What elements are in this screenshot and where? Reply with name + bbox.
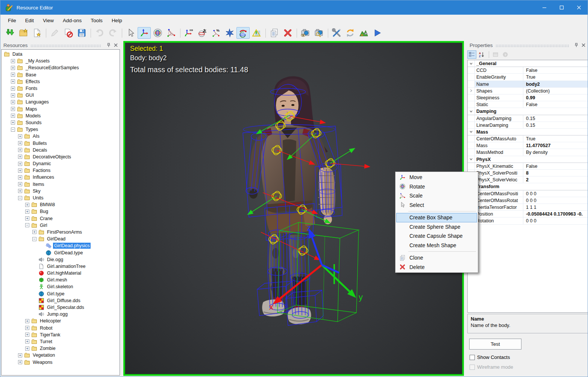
options-button[interactable] xyxy=(330,27,343,39)
menu-item-view[interactable]: View xyxy=(38,15,58,26)
category-collapse-chevron[interactable] xyxy=(468,60,475,67)
tree-item-crane[interactable]: +Crane xyxy=(2,215,120,222)
tree-item-girl-animationtree[interactable]: Girl.animationTree xyxy=(2,263,120,270)
scale-snap-button[interactable]: % xyxy=(209,27,223,39)
maximize-button[interactable] xyxy=(553,0,570,15)
property-row-physx-solverveloc[interactable]: PhysX_SolverVeloc2 xyxy=(468,176,588,183)
tree-expander[interactable]: − xyxy=(18,196,22,200)
property-value[interactable]: 1 1 1 xyxy=(523,204,588,210)
tree-item-effects[interactable]: +Effects xyxy=(2,78,120,85)
tree-expander[interactable]: + xyxy=(11,120,15,125)
menu-item-tools[interactable]: Tools xyxy=(86,15,107,26)
tree-item-jump-ogg[interactable]: Jump.ogg xyxy=(2,311,120,318)
category-collapse-chevron[interactable] xyxy=(468,108,475,114)
property-row-sleepiness[interactable]: Sleepiness0.99 xyxy=(468,94,588,101)
tree-expander[interactable]: + xyxy=(18,182,22,186)
tree-expander[interactable]: + xyxy=(25,210,29,214)
context-menu-item-create-mesh-shape[interactable]: Create Mesh Shape xyxy=(396,241,477,250)
tree-item--my-assets[interactable]: +_My Assets xyxy=(2,58,120,64)
tree-expander[interactable]: − xyxy=(32,237,36,241)
tree-item-girl-type[interactable]: Girl.type xyxy=(2,290,120,297)
property-row-static[interactable]: StaticFalse xyxy=(468,101,588,108)
tree-expander[interactable]: + xyxy=(25,319,29,323)
tree-item-decorativeobjects[interactable]: +DecorativeObjects xyxy=(2,154,120,160)
tree-item-helicopter[interactable]: +Helicopter xyxy=(2,318,120,324)
property-value[interactable]: (Collection) xyxy=(523,88,588,94)
tree-item-dynamic[interactable]: +Dynamic xyxy=(2,160,120,167)
tree-expander[interactable]: + xyxy=(11,79,15,84)
save-button[interactable] xyxy=(75,27,88,39)
pin-icon[interactable] xyxy=(574,43,579,48)
minimize-button[interactable] xyxy=(536,0,553,15)
tree-item-items[interactable]: +Items xyxy=(2,181,120,188)
tree-expander[interactable]: + xyxy=(25,347,29,351)
context-menu-item-select[interactable]: Select xyxy=(396,201,477,210)
context-menu-item-create-sphere-shape[interactable]: Create Sphere Shape xyxy=(396,222,477,232)
tree-item-girldead-type[interactable]: GirlDead.type xyxy=(2,249,120,256)
property-value[interactable]: By density xyxy=(523,149,588,155)
tree-item-vegetation[interactable]: +Vegetation xyxy=(2,352,120,359)
close-panel-icon[interactable] xyxy=(113,43,118,48)
rotate-tool-button[interactable] xyxy=(151,27,164,39)
tree-item-girl-mesh[interactable]: Girl.mesh xyxy=(2,277,120,283)
tree-item-girl-specular-dds[interactable]: Girl_Specular.dds xyxy=(2,304,120,311)
property-category-mass[interactable]: Mass xyxy=(468,129,588,135)
menu-item-addons[interactable]: Add-ons xyxy=(58,15,86,26)
tree-item-zombie[interactable]: +Zombie xyxy=(2,345,120,352)
tree-expander[interactable]: + xyxy=(11,66,15,70)
tree-expander[interactable]: + xyxy=(25,216,29,220)
property-value[interactable]: False xyxy=(523,163,588,169)
property-value[interactable]: 0 0 0 xyxy=(523,217,588,224)
cancel-edit-button[interactable] xyxy=(62,27,75,39)
property-row-centerofmasspositi[interactable]: CenterOfMassPositi0 0 0 xyxy=(468,190,588,197)
select-cursor-button[interactable] xyxy=(124,27,137,39)
help-button[interactable]: ? xyxy=(501,50,510,59)
move-tool-button[interactable] xyxy=(138,27,151,39)
property-row-shapes[interactable]: Shapes(Collection) xyxy=(468,88,588,94)
tree-item-sky[interactable]: +Sky xyxy=(2,188,120,195)
tree-item-influences[interactable]: +Influences xyxy=(2,174,120,181)
property-row-rotation[interactable]: Rotation0 0 0 xyxy=(468,217,588,224)
context-menu-item-scale[interactable]: Scale xyxy=(396,191,477,201)
undo-button[interactable] xyxy=(93,27,106,39)
tree-expander[interactable]: + xyxy=(32,230,36,234)
move-snap-button[interactable] xyxy=(182,27,195,39)
scale-object-button[interactable] xyxy=(250,27,263,39)
property-pages-button[interactable] xyxy=(491,50,500,59)
tree-item-girldead-physics[interactable]: GirlDead.physics xyxy=(2,242,120,249)
property-value[interactable]: False xyxy=(523,101,588,108)
tree-expander[interactable]: + xyxy=(18,148,22,152)
tree-expander[interactable]: + xyxy=(11,100,15,104)
tree-expander[interactable]: + xyxy=(11,59,15,63)
tree-item-die-ogg[interactable]: Die.ogg xyxy=(2,256,120,263)
tree-expander[interactable]: + xyxy=(11,87,15,91)
edit-button[interactable] xyxy=(48,27,61,39)
context-menu-item-create-box-shape[interactable]: Create Box Shape xyxy=(396,213,477,222)
terrain-button[interactable] xyxy=(357,27,370,39)
context-menu-item-delete[interactable]: Delete xyxy=(396,263,477,272)
property-category-transform[interactable]: Transform xyxy=(468,183,588,190)
tree-expander[interactable]: + xyxy=(11,114,15,118)
property-row-angulardamping[interactable]: AngularDamping0.15 xyxy=(468,115,588,122)
context-menu-item-clone[interactable]: Clone xyxy=(396,253,477,263)
tree-expander[interactable]: + xyxy=(25,339,29,344)
tree-expander[interactable]: + xyxy=(11,93,15,97)
add-resources-button[interactable] xyxy=(3,27,17,39)
tree-item-base[interactable]: +Base xyxy=(2,71,120,78)
category-collapse-chevron[interactable] xyxy=(468,129,475,135)
property-value[interactable]: True xyxy=(523,74,588,80)
tree-item-tigertank[interactable]: +TigerTank xyxy=(2,331,120,338)
tree-item-factions[interactable]: +Factions xyxy=(2,167,120,174)
property-row-inertiatensorfactor[interactable]: InertiaTensorFactor1 1 1 xyxy=(468,204,588,211)
tree-expander[interactable]: + xyxy=(25,326,29,330)
menu-item-file[interactable]: File xyxy=(3,15,21,26)
property-value[interactable]: 0.99 xyxy=(523,94,588,101)
tree-expander[interactable]: + xyxy=(18,134,22,138)
property-value[interactable]: 11.4770527 xyxy=(523,142,588,149)
category-collapse-chevron[interactable] xyxy=(468,156,475,163)
property-value[interactable]: 0 0 0 xyxy=(523,190,588,197)
tree-item--resourceeditorsamples[interactable]: +_ResourceEditorSamples xyxy=(2,64,120,71)
alphabetical-sort-button[interactable]: AZ xyxy=(477,50,486,59)
property-row-massmethod[interactable]: MassMethodBy density xyxy=(468,149,588,156)
refresh-button[interactable] xyxy=(344,27,357,39)
